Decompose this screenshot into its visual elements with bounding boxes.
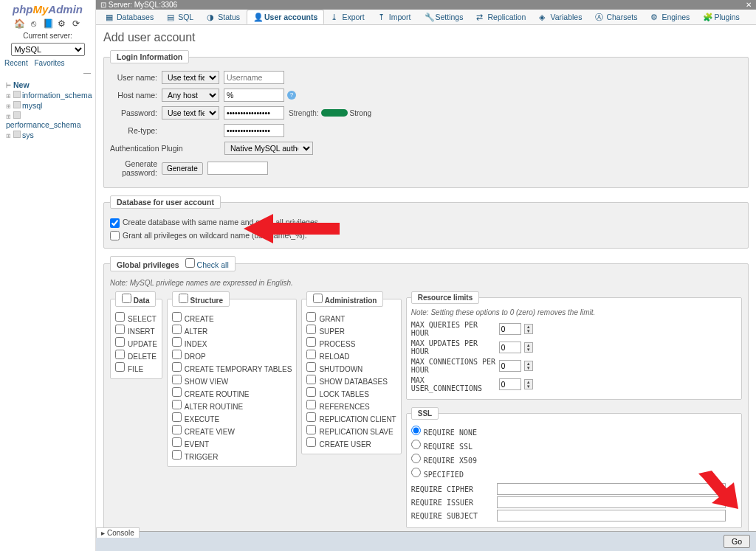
- help-icon[interactable]: ?: [287, 91, 296, 100]
- admin-priv-replication-slave[interactable]: REPLICATION SLAVE: [306, 424, 396, 437]
- tab-variables[interactable]: ◈Variables: [532, 10, 588, 24]
- struct-priv-alter[interactable]: ALTER: [172, 324, 292, 336]
- struct-priv-event[interactable]: EVENT: [172, 437, 292, 449]
- favorites-link[interactable]: Favorites: [34, 59, 64, 67]
- admin-priv-references[interactable]: REFERENCES: [306, 399, 396, 412]
- struct-priv-execute[interactable]: EXECUTE: [172, 412, 292, 424]
- tab-charsets[interactable]: ⒶCharsets: [588, 10, 644, 24]
- tab-user-accounts[interactable]: 👤User accounts: [247, 10, 324, 24]
- go-button[interactable]: Go: [724, 535, 750, 548]
- admin-priv-process[interactable]: PROCESS: [306, 336, 396, 349]
- server-select[interactable]: MySQL: [11, 43, 85, 56]
- struct-priv-drop[interactable]: DROP: [172, 349, 292, 361]
- admin-checkall[interactable]: [313, 294, 323, 303]
- hostname-type-select[interactable]: Any host: [162, 89, 219, 102]
- ssl-field-label: REQUIRE ISSUER: [411, 499, 492, 507]
- admin-priv-lock-tables[interactable]: LOCK TABLES: [306, 387, 396, 399]
- resource-limits-legend: Resource limits: [411, 291, 479, 304]
- data-priv-delete[interactable]: DELETE: [115, 349, 157, 361]
- ssl-opt-specified[interactable]: SPECIFIED: [411, 466, 737, 480]
- create-db-same-name-label: Create database with same name and grant…: [123, 218, 320, 226]
- tab-export[interactable]: ⤓Export: [324, 10, 371, 24]
- limit-input[interactable]: [499, 378, 521, 390]
- tree-db-mysql[interactable]: mysql: [1, 100, 94, 111]
- admin-priv-shutdown[interactable]: SHUTDOWN: [306, 361, 396, 374]
- data-priv-update[interactable]: UPDATE: [115, 336, 157, 349]
- password-type-select[interactable]: Use text field:: [162, 106, 219, 119]
- tab-plugins[interactable]: 🧩Plugins: [696, 10, 746, 24]
- logout-icon[interactable]: ⎋: [28, 18, 38, 29]
- admin-priv-grant[interactable]: GRANT: [306, 311, 396, 324]
- tab-replication[interactable]: ⇄Replication: [470, 10, 532, 24]
- struct-priv-trigger[interactable]: TRIGGER: [172, 449, 292, 462]
- admin-priv-create-user[interactable]: CREATE USER: [306, 437, 396, 449]
- structure-checkall[interactable]: [179, 294, 188, 303]
- db-legend: Database for user account: [110, 195, 221, 209]
- console-tab[interactable]: ▸ Console: [96, 527, 140, 538]
- retype-input[interactable]: [224, 124, 284, 137]
- admin-priv-super[interactable]: SUPER: [306, 324, 396, 336]
- spinner[interactable]: ▲▼: [524, 324, 533, 334]
- tree-db-sys[interactable]: sys: [1, 130, 94, 140]
- server-breadcrumb[interactable]: ⊡ Server: MySQL:3306: [100, 1, 177, 9]
- hostname-input[interactable]: [224, 89, 284, 102]
- docs-icon[interactable]: 📘: [43, 18, 53, 29]
- tree-db-information-schema[interactable]: information_schema: [1, 90, 94, 100]
- home-icon[interactable]: 🏠: [14, 18, 24, 29]
- username-input[interactable]: [224, 71, 284, 84]
- data-priv-insert[interactable]: INSERT: [115, 324, 157, 336]
- grant-wildcard-checkbox[interactable]: [110, 231, 120, 240]
- limit-input[interactable]: [499, 342, 521, 353]
- auth-plugin-select[interactable]: Native MySQL authentication: [224, 142, 313, 155]
- collapse-handle-icon[interactable]: —: [0, 69, 95, 77]
- tab-sql[interactable]: ▤SQL: [160, 10, 200, 24]
- login-legend: Login Information: [110, 50, 189, 63]
- data-priv-file[interactable]: FILE: [115, 361, 157, 374]
- spinner[interactable]: ▲▼: [524, 379, 533, 389]
- struct-priv-create[interactable]: CREATE: [172, 311, 292, 324]
- tab-engines[interactable]: ⚙Engines: [644, 10, 696, 24]
- create-db-same-name-checkbox[interactable]: [110, 218, 120, 228]
- tree-db-performance-schema[interactable]: performance_schema: [1, 111, 94, 130]
- struct-priv-show-view[interactable]: SHOW VIEW: [172, 374, 292, 387]
- username-type-select[interactable]: Use text field:: [162, 71, 219, 84]
- admin-priv-replication-client[interactable]: REPLICATION CLIENT: [306, 412, 396, 424]
- limit-label: MAX USER_CONNECTIONS: [411, 376, 496, 392]
- ssl-opt-require-ssl[interactable]: REQUIRE SSL: [411, 438, 737, 452]
- retype-label: Re-type:: [110, 126, 162, 135]
- settings-icon[interactable]: ⚙: [57, 18, 67, 29]
- struct-priv-alter-routine[interactable]: ALTER ROUTINE: [172, 399, 292, 412]
- limit-input[interactable]: [499, 360, 521, 372]
- spinner[interactable]: ▲▼: [524, 342, 533, 353]
- password-input[interactable]: [224, 106, 284, 119]
- topbar-close-icon[interactable]: ✕: [746, 1, 752, 9]
- tab-import[interactable]: ⤒Import: [371, 10, 418, 24]
- generate-button[interactable]: Generate: [162, 162, 203, 175]
- ssl-field-input[interactable]: [497, 496, 726, 508]
- admin-priv-reload[interactable]: RELOAD: [306, 349, 396, 361]
- reload-icon[interactable]: ⟳: [71, 18, 81, 29]
- data-checkall[interactable]: [122, 294, 131, 303]
- struct-priv-create-routine[interactable]: CREATE ROUTINE: [172, 387, 292, 399]
- ssl-field-input[interactable]: [497, 510, 726, 521]
- ssl-opt-require-x509[interactable]: REQUIRE X509: [411, 452, 737, 466]
- tab-databases[interactable]: ▦Databases: [99, 10, 160, 24]
- generate-password-label: Generate password:: [110, 159, 162, 177]
- generated-password-input[interactable]: [207, 162, 268, 175]
- spinner[interactable]: ▲▼: [524, 361, 533, 371]
- ssl-field-input[interactable]: [497, 483, 726, 495]
- struct-priv-index[interactable]: INDEX: [172, 336, 292, 349]
- struct-priv-create-temporary-tables[interactable]: CREATE TEMPORARY TABLES: [172, 361, 292, 374]
- limit-input[interactable]: [499, 323, 521, 335]
- tab-settings[interactable]: 🔧Settings: [418, 10, 470, 24]
- admin-priv-show-databases[interactable]: SHOW DATABASES: [306, 374, 396, 387]
- recent-link[interactable]: Recent: [4, 59, 28, 67]
- tree-new[interactable]: New: [1, 80, 94, 90]
- check-all-link[interactable]: Check all: [197, 260, 229, 269]
- data-priv-select[interactable]: SELECT: [115, 311, 157, 324]
- strength-bar: [321, 109, 348, 117]
- ssl-opt-require-none[interactable]: REQUIRE NONE: [411, 424, 737, 438]
- struct-priv-create-view[interactable]: CREATE VIEW: [172, 424, 292, 437]
- tab-status[interactable]: ◑Status: [200, 10, 247, 24]
- check-all-checkbox[interactable]: [185, 258, 195, 268]
